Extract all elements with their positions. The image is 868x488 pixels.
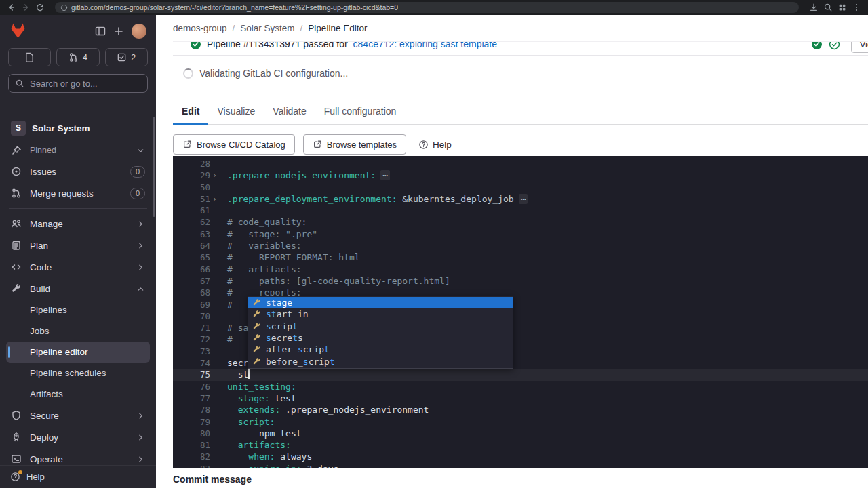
- stage-passed-outline-icon[interactable]: [829, 42, 840, 50]
- sidebar: 42 Search or go to... SSolar SystemPinne…: [0, 15, 156, 488]
- back-icon[interactable]: [7, 3, 16, 12]
- line-content: expire_in: 3 days: [219, 463, 338, 468]
- suggestion-before-script[interactable]: before_script: [248, 355, 513, 367]
- browser-menu-icon[interactable]: [852, 3, 861, 12]
- breadcrumb-demos-group[interactable]: demos-group: [173, 23, 227, 33]
- zoom-icon[interactable]: [823, 3, 833, 12]
- gitlab-logo-icon[interactable]: [9, 22, 26, 39]
- editor-line-80[interactable]: 80 - npm test: [173, 428, 868, 439]
- sidebar-scrollbar[interactable]: [153, 117, 155, 217]
- editor-line-66[interactable]: 66# artifacts:: [173, 264, 868, 275]
- toolbar-help-link[interactable]: Help: [418, 140, 452, 150]
- sidebar-item-pipeline-schedules[interactable]: Pipeline schedules: [6, 363, 150, 384]
- stage-passed-icon[interactable]: [811, 42, 823, 50]
- tab-validate[interactable]: Validate: [264, 100, 315, 124]
- sidebar-item-artifacts[interactable]: Artifacts: [6, 384, 150, 405]
- merge-requests-button[interactable]: 4: [56, 48, 99, 66]
- editor-line-81[interactable]: 81 artifacts:: [173, 439, 868, 451]
- suggestion-start-in[interactable]: start_in: [248, 308, 513, 320]
- line-number: 71: [173, 322, 210, 333]
- sidebar-toggle-icon[interactable]: [95, 26, 106, 37]
- site-info-icon[interactable]: [60, 4, 68, 12]
- editor-line-51[interactable]: 51›.prepare_deployment_environment: &kub…: [173, 193, 868, 205]
- help-button[interactable]: Help: [0, 465, 156, 488]
- sidebar-item-secure[interactable]: Secure: [6, 405, 150, 426]
- user-avatar[interactable]: [132, 24, 146, 39]
- code-token: ⋯: [380, 170, 390, 180]
- sidebar-item-pipeline-editor[interactable]: Pipeline editor: [6, 342, 150, 363]
- fold-arrow-icon[interactable]: ›: [210, 193, 219, 205]
- sidebar-item-operate[interactable]: Operate: [6, 448, 150, 465]
- editor-line-61[interactable]: 61: [173, 205, 868, 216]
- editor-line-77[interactable]: 77 stage: test: [173, 392, 868, 404]
- sidebar-item-jobs[interactable]: Jobs: [6, 321, 150, 342]
- fold-gutter: [210, 158, 219, 169]
- suggestion-after-script[interactable]: after_script: [248, 344, 513, 355]
- create-new-icon[interactable]: [113, 26, 124, 37]
- code-token: script:: [227, 417, 275, 427]
- breadcrumb-pipeline-editor[interactable]: Pipeline Editor: [308, 23, 367, 33]
- tab-edit[interactable]: Edit: [173, 100, 208, 124]
- sidebar-item-manage[interactable]: Manage: [6, 213, 150, 235]
- download-icon[interactable]: [809, 3, 818, 12]
- shortcut-count: 4: [83, 53, 87, 62]
- line-content: # code_quality:: [219, 216, 307, 228]
- fold-arrow-icon[interactable]: ›: [210, 169, 219, 181]
- line-content: when: always: [219, 451, 312, 462]
- forward-icon[interactable]: [21, 3, 31, 12]
- browse-catalog-button[interactable]: Browse CI/CD Catalog: [173, 134, 295, 155]
- suggestion-text: t: [330, 357, 335, 367]
- sidebar-item-issues[interactable]: Issues0: [6, 161, 150, 182]
- tab-visualize[interactable]: Visualize: [208, 100, 264, 124]
- commit-link[interactable]: c84ce712: exploring sast template: [353, 42, 497, 49]
- reload-icon[interactable]: [35, 3, 45, 12]
- sidebar-item-label: Plan: [30, 241, 48, 251]
- editor-line-63[interactable]: 63# stage: ".pre": [173, 228, 868, 240]
- sidebar-item-merge-requests[interactable]: Merge requests0: [6, 182, 150, 204]
- fold-gutter: [210, 357, 219, 369]
- todo-button[interactable]: 2: [105, 48, 148, 66]
- editor-line-83[interactable]: 83 expire_in: 3 days: [173, 463, 868, 468]
- editor-line-50[interactable]: 50: [173, 182, 868, 193]
- app: 42 Search or go to... SSolar SystemPinne…: [0, 15, 868, 488]
- editor-line-75[interactable]: 75 st: [173, 369, 868, 380]
- editor-line-82[interactable]: 82 when: always: [173, 451, 868, 462]
- sidebar-item-pipelines[interactable]: Pipelines: [6, 300, 150, 321]
- editor-line-76[interactable]: 76unit_testing:: [173, 381, 868, 392]
- project-name: Solar System: [32, 123, 90, 134]
- code-editor[interactable]: 2829›.prepare_nodejs_environment:⋯5051›.…: [173, 156, 868, 468]
- project-item-solar-system[interactable]: SSolar System: [6, 116, 150, 140]
- sidebar-item-deploy[interactable]: Deploy: [6, 426, 150, 448]
- url-text: gitlab.com/demos-group/solar-system/-/ci…: [71, 3, 398, 12]
- extensions-icon[interactable]: [837, 3, 847, 12]
- sidebar-item-code[interactable]: Code: [6, 256, 150, 278]
- code-token: when:: [227, 451, 275, 462]
- sidebar-item-build[interactable]: Build: [6, 278, 150, 300]
- view-pipeline-button[interactable]: View pipeline: [851, 42, 868, 53]
- editor-line-28[interactable]: 28: [173, 158, 868, 169]
- editor-line-29[interactable]: 29›.prepare_nodejs_environment:⋯: [173, 169, 868, 181]
- editor-line-78[interactable]: 78 extends: .prepare_nodejs_environment: [173, 404, 868, 415]
- editor-line-79[interactable]: 79 script:: [173, 416, 868, 428]
- editor-line-67[interactable]: 67# paths: [gl-code-quality-report.html]: [173, 275, 868, 287]
- suggestion-secrets[interactable]: secrets: [248, 332, 513, 344]
- editor-line-65[interactable]: 65# REPORT_FORMAT: html: [173, 251, 868, 263]
- line-number: 83: [173, 463, 210, 468]
- editor-line-62[interactable]: 62# code_quality:: [173, 216, 868, 228]
- sidebar-item-plan[interactable]: Plan: [6, 235, 150, 256]
- sidebar-section-pinned[interactable]: Pinned: [6, 140, 150, 161]
- chevron-right-icon: [136, 455, 145, 464]
- browse-templates-button[interactable]: Browse templates: [303, 134, 406, 155]
- suggestion-stage[interactable]: stage: [248, 297, 513, 308]
- sidebar-shortcuts: 42: [8, 48, 148, 66]
- search-input[interactable]: Search or go to...: [8, 74, 148, 93]
- suggestion-script[interactable]: script: [248, 321, 513, 332]
- line-number: 29: [173, 169, 210, 181]
- breadcrumb-solar-system[interactable]: Solar System: [240, 23, 294, 33]
- fold-gutter: [210, 404, 219, 415]
- assigned-issues-button[interactable]: [8, 48, 51, 66]
- url-bar[interactable]: gitlab.com/demos-group/solar-system/-/ci…: [55, 2, 799, 13]
- tab-full-configuration[interactable]: Full configuration: [315, 100, 406, 124]
- editor-line-64[interactable]: 64# variables:: [173, 240, 868, 251]
- chevron-down-icon: [136, 146, 145, 155]
